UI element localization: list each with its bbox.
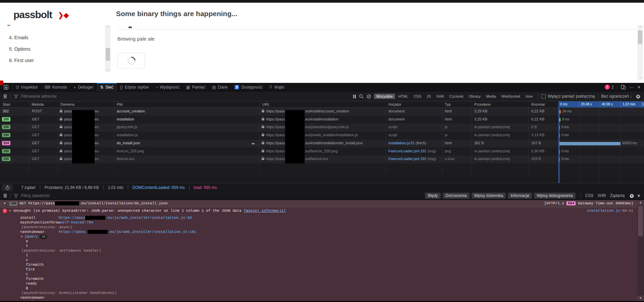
tab-konsola[interactable]: ⌨Konsola [41,83,70,91]
learn-more-link[interactable]: [Więcej informacji] [244,209,286,213]
network-request-row[interactable]: 200GETpasseujquery.min.jshttps://pass.eu… [0,123,644,132]
scroll-up-icon[interactable]: ▲ [637,200,644,205]
filter-pill-czcionki[interactable]: Czcionki [447,94,466,99]
console-level-button[interactable]: Ostrzeżenia [443,193,470,199]
column-header-rozmiar[interactable]: Rozmiar [531,102,545,106]
frame-source-link[interactable]: self-hosted:704 [60,220,93,224]
tab-dane[interactable]: ▤Dane [209,83,231,91]
column-header-inicjator[interactable]: Inicjator [388,102,401,106]
column-header-plik[interactable]: Plik [117,102,123,106]
network-request-row[interactable]: 200GETpasseufavicon.icohttps://pass.eu/f… [0,155,644,163]
tab-inspektor[interactable]: ⊡Inspektor [12,83,41,91]
close-devtools-icon[interactable]: ✕ [637,85,641,89]
console-category-button[interactable]: Żądania [608,193,627,199]
filter-pill-css[interactable]: CSS [411,94,424,99]
meatball-menu-icon[interactable]: ⋯ [629,85,634,90]
clear-requests-icon[interactable] [3,94,7,99]
expand-arrow-icon[interactable]: ▶ [4,201,6,205]
filter-pill-xhr[interactable]: XHR [434,94,446,99]
filter-pill-html[interactable]: HTML [396,94,411,99]
filter-pill-wszystkie[interactable]: Wszystkie [374,94,395,99]
column-divider[interactable] [260,101,260,174]
column-divider[interactable] [29,101,29,174]
column-divider[interactable] [529,101,529,174]
steps-scrollbar[interactable]: ⌃ ⌄ [105,25,111,72]
console-settings-gear-icon[interactable] [629,193,634,198]
initiator-link[interactable]: FaviconLoader.jsm:191 [388,157,427,161]
console-level-button[interactable]: Informacje [508,193,532,199]
disable-cache-toggle[interactable]: Wyłącz pamięć podręczną [541,94,595,99]
initiator-link[interactable]: installation.js:51 [388,141,415,145]
network-settings-gear-icon[interactable] [636,94,641,99]
console-level-button[interactable]: Błędy [425,193,440,199]
install-step-item[interactable]: 4. Emails [9,34,100,45]
network-request-row[interactable]: 504GETpasseudo_install.json☁https://pass… [0,140,644,148]
responsive-design-icon[interactable] [621,85,626,90]
filter-pill-js[interactable]: JS [424,94,433,99]
filter-pill-obrazy[interactable]: Obrazy [466,94,483,99]
stack-frame[interactable]: <anonimowa>https://pass..eu/js/web_insta… [0,230,631,234]
column-divider[interactable] [472,101,472,174]
error-counter[interactable]: ! 2 [605,85,614,90]
tab-dostpno[interactable]: ♿Dostępność [231,83,266,91]
network-request-row[interactable]: 200GETpasseufavicon_228.pnghttps://pass.… [0,148,644,156]
search-icon[interactable] [359,94,364,99]
column-header-metoda[interactable]: Metoda [32,102,44,106]
scroll-down-icon[interactable]: ⌄ [637,75,643,80]
column-divider[interactable] [386,101,386,174]
column-divider[interactable] [58,101,58,174]
network-filter-input[interactable]: Filtrowanie adresów [21,94,57,99]
console-category-button[interactable]: CSS [583,193,596,199]
tab-debuger[interactable]: ◗Debuger [70,83,97,91]
install-step-item[interactable]: 5. Options [9,45,100,56]
column-divider[interactable] [114,101,114,174]
collapse-caret-icon[interactable]: ▼ [9,209,11,213]
page-scrollbar[interactable]: ⌃ ⌄ [637,25,643,80]
stack-frame[interactable]: AsyncFunctionThrowself-hosted:704 [0,220,631,225]
pause-traffic-icon[interactable] [353,95,356,98]
scroll-up-icon[interactable]: ⌃ [637,25,643,30]
console-filter-input[interactable]: Filtruj zawartość [21,193,50,198]
console-level-button[interactable]: Wpisy debugowania [534,193,575,199]
tab-edytorstylw[interactable]: {}Edytor stylów [117,83,152,91]
filter-pill-inne[interactable]: Inne [523,94,535,99]
scrollbar-thumb[interactable] [638,31,642,44]
console-category-button[interactable]: XHR [595,193,608,199]
column-header-stan[interactable]: Stan [3,102,10,106]
column-header-domena[interactable]: Domena [60,102,74,106]
stack-frame[interactable]: ▼ jQuery13 [0,234,631,239]
network-request-row[interactable]: 302POSTpasseuaccount_creationhttps://pas… [0,108,644,116]
collapse-caret-icon[interactable]: ▼ [21,235,24,239]
install-step-item[interactable]: 6. First user [9,56,100,68]
initiator-link[interactable]: FaviconLoader.jsm:191 [388,149,427,153]
scrollbar-thumb[interactable] [638,206,643,236]
console-error-row[interactable]: ! ▼ Uncaught (in promise) SyntaxError: J… [0,207,644,215]
column-divider[interactable] [442,101,442,174]
frame-source-link[interactable]: https://pass.eu/js/web_installer/install… [59,216,192,220]
console-network-row[interactable]: ▶ XHR GET https://pass.eu/install/instal… [0,200,644,207]
filter-pill-media[interactable]: Media [484,94,498,99]
clear-console-icon[interactable] [3,193,7,198]
throttling-select[interactable]: Bez ograniczeń ↕ [601,94,632,99]
column-header-przesłano[interactable]: Przesłano [474,102,491,106]
console-level-button[interactable]: Wpisy dziennika [472,193,506,199]
tab-pami[interactable]: ▦Pamięć [183,83,209,91]
tab-wydajno[interactable]: ◔Wydajność [152,83,183,91]
performance-analysis-button[interactable] [2,184,13,191]
scrollbar-thumb[interactable] [106,48,110,61]
scroll-up-icon[interactable]: ⌃ [105,25,111,30]
console-scrollbar[interactable]: ▲ ▼ [637,200,644,301]
column-header-typ[interactable]: Typ [445,102,451,106]
waterfall-header[interactable]: 0 ms20,48 s40,96 s1,02 min1,3 [558,101,644,107]
block-request-icon[interactable] [367,94,371,99]
close-split-console-icon[interactable]: ✕ [637,193,641,198]
scroll-down-icon[interactable]: ⌄ [105,67,111,72]
tab-sie[interactable]: ⇅Sieć [97,83,116,91]
network-request-row[interactable]: 200GETpasseuinstallation.jshttps://pass.… [0,132,644,140]
network-request-row[interactable]: 200GETpasseuinstallationhttps://pass.eu/… [0,116,644,124]
filter-pill-websocket[interactable]: WebSocket [499,94,523,99]
column-header-url[interactable]: URL [262,102,270,106]
stack-frame[interactable]: installhttps://pass.eu/js/web_installer/… [0,215,631,220]
scroll-down-icon[interactable]: ▼ [637,296,644,301]
group-name[interactable]: jQuery [24,235,38,239]
